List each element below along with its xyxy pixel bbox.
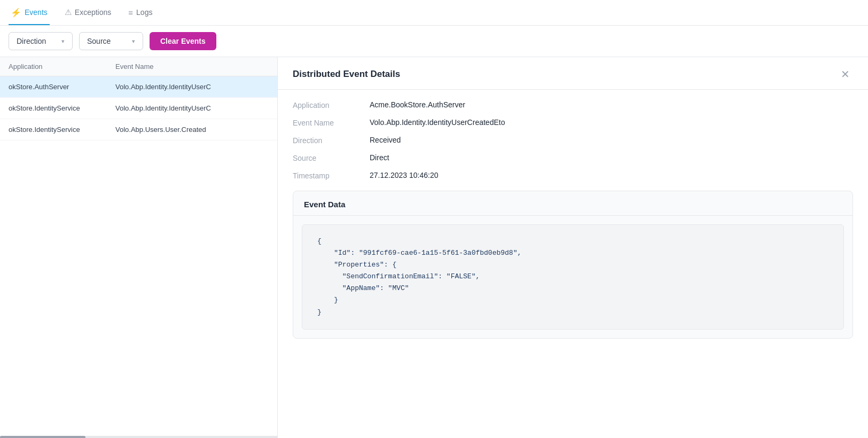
direction-dropdown[interactable]: Direction ▾ — [9, 32, 73, 50]
tab-exceptions-label: Exceptions — [75, 8, 111, 17]
clear-events-label: Clear Events — [160, 37, 206, 45]
event-name-label: Event Name — [293, 118, 357, 127]
app-cell: okStore.IdentityService — [9, 104, 115, 112]
field-event-name: Event Name Volo.Abp.Identity.IdentityUse… — [293, 118, 853, 127]
field-application: Application Acme.BookStore.AuthServer — [293, 100, 853, 110]
direction-label: Direction — [293, 136, 357, 145]
tab-events[interactable]: ⚡ Events — [9, 1, 50, 25]
app-cell: okStore.AuthServer — [9, 83, 115, 91]
main-layout: Application Event Name okStore.AuthServe… — [0, 57, 868, 438]
tab-logs[interactable]: ≡ Logs — [126, 2, 154, 25]
scroll-indicator — [0, 436, 277, 438]
clear-events-button[interactable]: Clear Events — [150, 32, 216, 50]
event-name-value: Volo.Abp.Identity.IdentityUserCreatedEto — [370, 118, 505, 127]
events-list: okStore.AuthServer Volo.Abp.Identity.Ide… — [0, 76, 277, 436]
source-value: Direct — [370, 153, 389, 162]
chevron-down-icon: ▾ — [61, 38, 65, 45]
table-row[interactable]: okStore.AuthServer Volo.Abp.Identity.Ide… — [0, 76, 277, 98]
timestamp-label: Timestamp — [293, 171, 357, 180]
source-dropdown[interactable]: Source ▾ — [79, 32, 143, 50]
application-label: Application — [293, 100, 357, 110]
field-source: Source Direct — [293, 153, 853, 162]
close-button[interactable]: ✕ — [838, 68, 853, 81]
chevron-down-icon-2: ▾ — [132, 38, 135, 45]
application-value: Acme.BookStore.AuthServer — [370, 100, 465, 109]
event-cell: Volo.Abp.Identity.IdentityUserC — [115, 104, 269, 112]
event-data-json: { "Id": "991fcf69-cae6-1a15-5f61-3a0fbd0… — [317, 236, 828, 318]
detail-title: Distributed Event Details — [293, 69, 400, 80]
tab-logs-label: Logs — [136, 8, 152, 17]
scroll-thumb[interactable] — [0, 436, 85, 438]
direction-value: Received — [370, 136, 401, 144]
event-cell: Volo.Abp.Users.User.Created — [115, 126, 269, 134]
col-app-header: Application — [9, 62, 115, 71]
tab-events-label: Events — [25, 8, 48, 17]
table-header: Application Event Name — [0, 57, 277, 76]
field-direction: Direction Received — [293, 136, 853, 145]
event-data-title: Event Data — [293, 191, 853, 216]
table-row[interactable]: okStore.IdentityService Volo.Abp.Users.U… — [0, 119, 277, 140]
tabs-bar: ⚡ Events ⚠ Exceptions ≡ Logs — [0, 0, 868, 26]
event-data-code: { "Id": "991fcf69-cae6-1a15-5f61-3a0fbd0… — [302, 224, 844, 330]
detail-fields: Application Acme.BookStore.AuthServer Ev… — [278, 90, 868, 191]
event-cell: Volo.Abp.Identity.IdentityUserC — [115, 83, 269, 91]
lightning-icon: ⚡ — [11, 7, 21, 18]
events-panel: Application Event Name okStore.AuthServe… — [0, 57, 278, 438]
timestamp-value: 27.12.2023 10:46:20 — [370, 171, 438, 179]
direction-dropdown-label: Direction — [17, 37, 46, 45]
field-timestamp: Timestamp 27.12.2023 10:46:20 — [293, 171, 853, 180]
warning-circle-icon: ⚠ — [65, 7, 72, 17]
app-cell: okStore.IdentityService — [9, 126, 115, 134]
detail-panel: Distributed Event Details ✕ Application … — [278, 57, 868, 438]
detail-header: Distributed Event Details ✕ — [278, 57, 868, 90]
source-dropdown-label: Source — [87, 37, 111, 45]
menu-icon: ≡ — [128, 8, 133, 17]
col-event-header: Event Name — [115, 62, 269, 71]
tab-exceptions[interactable]: ⚠ Exceptions — [62, 1, 113, 25]
table-row[interactable]: okStore.IdentityService Volo.Abp.Identit… — [0, 98, 277, 119]
filter-bar: Direction ▾ Source ▾ Clear Events — [0, 26, 868, 57]
event-data-section: Event Data { "Id": "991fcf69-cae6-1a15-5… — [293, 191, 853, 339]
source-label: Source — [293, 153, 357, 162]
